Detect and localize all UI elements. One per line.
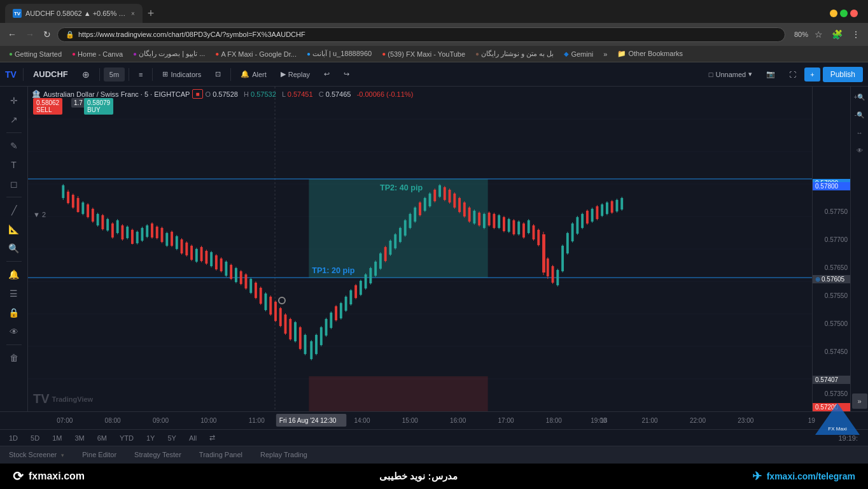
bookmark-aparat[interactable]: ● آبانت | u_18888960 bbox=[303, 48, 375, 59]
templates-icon: ⊡ bbox=[215, 70, 221, 78]
sell-size-badge: 1.7 bbox=[71, 98, 85, 108]
chart-title: Australian Dollar / Swiss Franc · 5 · EI… bbox=[43, 90, 190, 98]
buy-price-box[interactable]: 0.58079 BUY bbox=[84, 98, 113, 115]
zoom-level: ▼ 2 bbox=[33, 211, 46, 218]
fullscreen-button[interactable]: ⛶ bbox=[783, 67, 802, 82]
fib-tool[interactable]: ╱ bbox=[4, 201, 24, 219]
bookmark-gemini[interactable]: ◆ Gemini bbox=[560, 49, 597, 59]
footer-banner: ⟳ fxmaxi.com مدرس: نوید خطیبی ✈ fxmaxi.c… bbox=[0, 464, 868, 489]
back-button[interactable]: ← bbox=[5, 27, 19, 42]
redo-button[interactable]: ↪ bbox=[338, 67, 355, 82]
period-1y[interactable]: 1Y bbox=[143, 433, 158, 443]
cursor-tool[interactable]: ✛ bbox=[4, 92, 24, 110]
bookmark-fxmaxi-drive[interactable]: ● A FX Maxi - Google Dr... bbox=[211, 49, 300, 59]
text-tool[interactable]: T bbox=[4, 156, 24, 174]
publish-button[interactable]: Publish bbox=[823, 67, 863, 82]
right-actions bbox=[848, 87, 850, 92]
other-bookmarks[interactable]: 📁 Other Bookmarks bbox=[613, 48, 687, 59]
bookmark-youtube[interactable]: ● (539) FX Maxi - YouTube bbox=[378, 49, 469, 59]
active-tab[interactable]: TV AUDCHF 0.58062 ▲ +0.65% Un... × bbox=[5, 4, 143, 23]
close-btn[interactable] bbox=[850, 10, 858, 17]
period-5y[interactable]: 5Y bbox=[164, 433, 179, 443]
add-comparison[interactable]: ⊕ bbox=[76, 66, 95, 83]
symbol-selector[interactable]: AUDCHF bbox=[27, 66, 74, 82]
tab-stock-screener[interactable]: Stock Screener ▾ bbox=[0, 447, 73, 464]
alert-label: Alert bbox=[252, 71, 267, 78]
extensions-button[interactable]: 🧩 bbox=[829, 27, 845, 42]
period-5d[interactable]: 5D bbox=[27, 433, 43, 443]
more-bookmarks[interactable]: » bbox=[599, 49, 611, 59]
indicators-button[interactable]: ⊞ Indicators bbox=[157, 67, 207, 82]
measure-tool[interactable]: 📐 bbox=[4, 220, 24, 238]
bookmark-button[interactable]: ☆ bbox=[812, 27, 825, 42]
period-all[interactable]: All bbox=[185, 433, 200, 443]
tv-plus-button[interactable]: + bbox=[804, 67, 820, 82]
zoom-in-btn[interactable]: +🔍 bbox=[852, 89, 867, 104]
tab-pine-editor[interactable]: Pine Editor bbox=[73, 447, 125, 464]
fit-screen-btn[interactable]: ↔ bbox=[852, 125, 867, 140]
undo-button[interactable]: ↩ bbox=[318, 67, 335, 82]
forward-button[interactable]: → bbox=[23, 27, 37, 42]
price-current: ⊕0.57605 bbox=[813, 275, 850, 283]
compare-button[interactable]: ⇄ bbox=[206, 432, 219, 443]
svg-text:21:00: 21:00 bbox=[642, 417, 659, 424]
period-ytd[interactable]: YTD bbox=[116, 433, 137, 443]
url-bar[interactable]: 🔒 https://www.tradingview.com/chart/08PD… bbox=[57, 27, 785, 42]
bookmark-ai[interactable]: ● بل به متن و نوشتار رایگان bbox=[472, 48, 557, 59]
trash-tool[interactable]: 🗑 bbox=[4, 349, 24, 367]
minimize-btn[interactable] bbox=[830, 10, 837, 17]
bookmark-getting-started[interactable]: ● Getting Started bbox=[5, 49, 66, 59]
maximize-btn[interactable] bbox=[840, 10, 848, 17]
alert-icon: 🔔 bbox=[241, 70, 249, 78]
security-icon: 🔒 bbox=[66, 31, 74, 39]
eye-tool[interactable]: 👁 bbox=[4, 323, 24, 341]
unnamed-button[interactable]: □ Unnamed ▾ bbox=[703, 67, 758, 82]
svg-text:11:00: 11:00 bbox=[249, 417, 265, 424]
zoom-in-tool[interactable]: 🔍 bbox=[4, 239, 24, 257]
refresh-button[interactable]: ↻ bbox=[41, 27, 53, 42]
period-1d[interactable]: 1D bbox=[5, 433, 22, 443]
bar-type-button[interactable]: ≡ bbox=[133, 67, 148, 82]
svg-text:15:00: 15:00 bbox=[402, 417, 419, 424]
shape-tool[interactable]: ◻ bbox=[4, 175, 24, 193]
draw-tool[interactable]: ✎ bbox=[4, 137, 24, 155]
lock-scale-btn[interactable]: 👁 bbox=[852, 143, 867, 158]
new-tab-button[interactable]: + bbox=[143, 7, 160, 20]
footer-website: fxmaxi.com bbox=[29, 471, 85, 482]
bookmark-typo[interactable]: ● تایپو | بصورت رایگان ... bbox=[129, 48, 209, 59]
right-axis: 0.57800 0.57800 0.57750 0.57700 0.57650 … bbox=[812, 87, 850, 411]
browser-chrome: TV AUDCHF 0.58062 ▲ +0.65% Un... × + ← →… bbox=[0, 0, 868, 62]
tab-trading-panel[interactable]: Trading Panel bbox=[190, 447, 251, 464]
period-6m[interactable]: 6M bbox=[94, 433, 111, 443]
footer-logo: ⟳ fxmaxi.com bbox=[13, 469, 85, 484]
period-bar: 1D 5D 1M 3M 6M YTD 1Y 5Y All ⇄ 19:19: FX… bbox=[0, 429, 868, 446]
period-1m[interactable]: 1M bbox=[48, 433, 66, 443]
left-toolbar: ✛ ↗ ✎ T ◻ ╱ 📐 🔍 🔔 ☰ 🔒 👁 🗑 bbox=[0, 87, 28, 411]
draw-trend-line[interactable]: ↗ bbox=[4, 111, 24, 129]
alert-button[interactable]: 🔔 Alert bbox=[235, 67, 272, 82]
camera-button[interactable]: 📷 bbox=[760, 67, 781, 82]
bookmark-canva[interactable]: ● Home - Canva bbox=[68, 49, 127, 59]
watchlist-tool[interactable]: ☰ bbox=[4, 285, 24, 302]
svg-text:14:00: 14:00 bbox=[354, 417, 370, 424]
indicators-label: Indicators bbox=[171, 71, 201, 78]
menu-button[interactable]: ⋮ bbox=[849, 27, 863, 42]
alert-tool[interactable]: 🔔 bbox=[4, 266, 24, 283]
templates-button[interactable]: ⊡ bbox=[209, 67, 227, 82]
plus-icon: ⊕ bbox=[82, 69, 90, 80]
tab-strategy-tester[interactable]: Strategy Tester bbox=[125, 447, 190, 464]
svg-rect-14 bbox=[309, 376, 487, 411]
period-3m[interactable]: 3M bbox=[71, 433, 88, 443]
tv-watermark: TV TradingView bbox=[33, 392, 93, 406]
nav-bar: ← → ↻ 🔒 https://www.tradingview.com/char… bbox=[0, 23, 868, 46]
tab-favicon: TV bbox=[13, 9, 22, 18]
tab-close[interactable]: × bbox=[131, 10, 135, 17]
tab-replay-trading[interactable]: Replay Trading bbox=[251, 447, 316, 464]
sell-price-box[interactable]: 0.58062 SELL bbox=[33, 98, 62, 115]
replay-icon: ▶ bbox=[281, 70, 286, 78]
replay-button[interactable]: ▶ Replay bbox=[275, 67, 316, 82]
timeframe-label: 5m bbox=[109, 71, 119, 78]
zoom-out-btn[interactable]: -🔍 bbox=[852, 107, 867, 122]
timeframe-selector[interactable]: 5m bbox=[104, 67, 125, 82]
lock-tool[interactable]: 🔒 bbox=[4, 304, 24, 322]
